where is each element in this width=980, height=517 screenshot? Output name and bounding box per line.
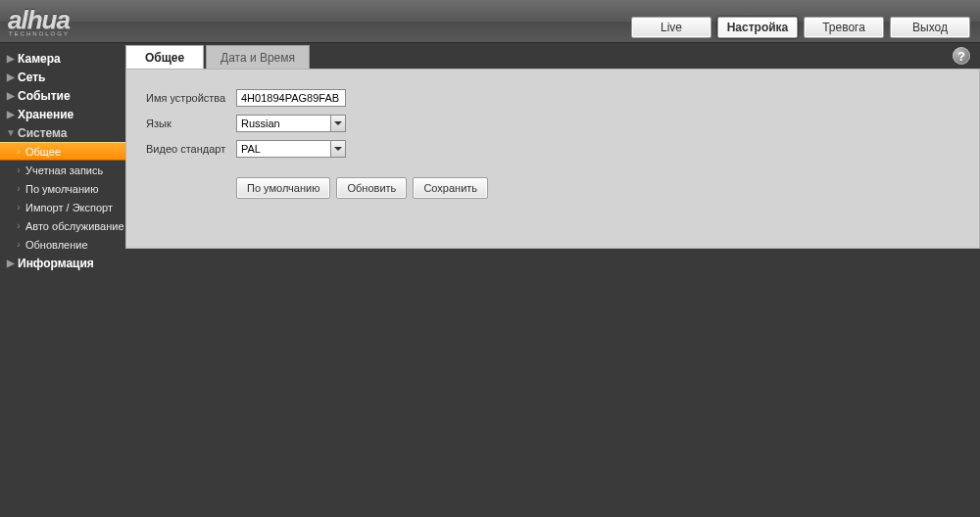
sidebar-item-storage[interactable]: ▶ Хранение	[0, 105, 125, 123]
nav-logout-button[interactable]: Выход	[890, 17, 970, 38]
default-button[interactable]: По умолчанию	[236, 177, 330, 199]
sidebar-sub-general[interactable]: › Общее	[0, 142, 125, 161]
device-name-label: Имя устройства	[146, 92, 236, 104]
chevron-right-icon: ›	[14, 202, 24, 212]
video-standard-select[interactable]: PAL	[236, 140, 346, 158]
chevron-right-icon: ›	[14, 220, 24, 231]
sidebar-item-label: Информация	[18, 257, 94, 270]
chevron-right-icon: ▶	[6, 71, 16, 82]
dropdown-icon	[330, 116, 345, 131]
video-standard-select-value: PAL	[241, 143, 261, 155]
body: ▶ Камера ▶ Сеть ▶ Событие ▶ Хранение ▼ С…	[0, 43, 980, 517]
sidebar-sub-account[interactable]: › Учетная запись	[0, 161, 125, 179]
tab-row: Общее Дата и Время ?	[125, 43, 980, 69]
sidebar-item-label: Камера	[18, 52, 61, 66]
chevron-right-icon: ›	[14, 146, 24, 157]
sidebar-item-label: Система	[18, 126, 68, 140]
sidebar-item-label: Событие	[18, 89, 71, 103]
sidebar-sub-upgrade[interactable]: › Обновление	[0, 235, 125, 254]
sidebar-item-information[interactable]: ▶ Информация	[0, 254, 125, 272]
nav-live-button[interactable]: Live	[631, 17, 711, 38]
dropdown-icon	[330, 141, 345, 157]
chevron-right-icon: ›	[14, 164, 24, 175]
sidebar-sub-default[interactable]: › По умолчанию	[0, 179, 125, 198]
sidebar-sub-import-export[interactable]: › Импорт / Экспорт	[0, 198, 125, 216]
language-select[interactable]: Russian	[236, 115, 346, 132]
sidebar-sub-label: По умолчанию	[25, 183, 98, 195]
chevron-right-icon: ▶	[6, 109, 16, 119]
sidebar-sub-label: Общее	[25, 146, 61, 158]
sidebar-item-camera[interactable]: ▶ Камера	[0, 49, 125, 68]
button-row: По умолчанию Обновить Сохранить	[236, 177, 959, 199]
chevron-right-icon: ›	[14, 183, 24, 194]
sidebar-sub-label: Авто обслуживание	[25, 220, 124, 232]
help-icon[interactable]: ?	[953, 47, 970, 65]
sidebar: ▶ Камера ▶ Сеть ▶ Событие ▶ Хранение ▼ С…	[0, 43, 125, 517]
sidebar-sub-label: Импорт / Экспорт	[25, 202, 113, 213]
settings-panel: Имя устройства Язык Russian Видео станда…	[125, 69, 980, 249]
language-select-value: Russian	[241, 118, 280, 129]
chevron-down-icon: ▼	[6, 127, 16, 138]
brand-subtitle: TECHNOLOGY	[8, 30, 70, 36]
row-language: Язык Russian	[146, 113, 959, 134]
save-button[interactable]: Сохранить	[413, 177, 488, 199]
chevron-right-icon: ▶	[6, 258, 16, 268]
row-video-standard: Видео стандарт PAL	[146, 138, 959, 160]
main: Общее Дата и Время ? Имя устройства Язык…	[125, 43, 980, 517]
chevron-right-icon: ▶	[6, 53, 16, 64]
nav-alarm-button[interactable]: Тревога	[804, 17, 884, 38]
topbar: alhua TECHNOLOGY Live Настройка Тревога …	[0, 0, 980, 43]
sidebar-item-event[interactable]: ▶ Событие	[0, 86, 125, 105]
device-name-input[interactable]	[236, 89, 346, 107]
tab-general[interactable]: Общее	[125, 45, 204, 69]
sidebar-item-label: Хранение	[18, 108, 74, 121]
row-device-name: Имя устройства	[146, 87, 959, 109]
sidebar-sub-label: Учетная запись	[25, 164, 103, 176]
sidebar-sub-automaint[interactable]: › Авто обслуживание	[0, 216, 125, 235]
language-label: Язык	[146, 118, 236, 129]
chevron-right-icon: ▶	[6, 90, 16, 101]
top-nav: Live Настройка Тревога Выход	[631, 17, 970, 38]
sidebar-item-network[interactable]: ▶ Сеть	[0, 68, 125, 86]
refresh-button[interactable]: Обновить	[336, 177, 407, 199]
brand-logo: alhua TECHNOLOGY	[8, 7, 70, 36]
video-standard-label: Видео стандарт	[146, 143, 236, 155]
sidebar-item-system[interactable]: ▼ Система	[0, 123, 125, 142]
chevron-right-icon: ›	[14, 239, 24, 250]
nav-setup-button[interactable]: Настройка	[717, 17, 798, 38]
tab-datetime[interactable]: Дата и Время	[206, 45, 310, 69]
sidebar-sub-label: Обновление	[25, 239, 88, 251]
sidebar-item-label: Сеть	[18, 70, 45, 84]
